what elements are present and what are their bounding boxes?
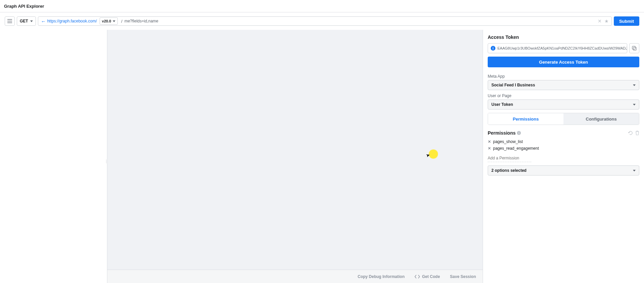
user-or-page-select[interactable]: User Token: [488, 99, 639, 110]
header: Graph API Explorer: [0, 0, 644, 12]
toolbar: GET ← https://graph.facebook.com/ v20.0 …: [0, 12, 644, 30]
caret-down-icon: [30, 20, 33, 22]
permission-name: pages_read_engagement: [493, 146, 539, 151]
right-panel: Access Token i EAAG8Uwp1r3UBOwokfZA5pKN1…: [483, 30, 644, 283]
info-icon[interactable]: i: [491, 46, 495, 51]
get-code-button[interactable]: Get Code: [415, 274, 440, 279]
permission-name: pages_show_list: [493, 139, 523, 144]
api-version-value: v20.0: [102, 19, 111, 23]
star-icon[interactable]: ★: [604, 18, 609, 24]
caret-down-icon: [633, 84, 636, 86]
permissions-title: Permissions: [488, 130, 516, 136]
user-or-page-label: User or Page: [488, 93, 639, 98]
query-path[interactable]: me?fields=id,name: [124, 19, 158, 23]
tab-configurations[interactable]: Configurations: [564, 113, 639, 125]
undo-icon[interactable]: [628, 131, 633, 135]
info-icon[interactable]: i: [517, 131, 521, 135]
user-or-page-value: User Token: [491, 102, 513, 107]
menu-button[interactable]: [5, 16, 15, 26]
access-token-title: Access Token: [488, 34, 639, 40]
http-method-select[interactable]: GET: [17, 16, 36, 26]
trash-icon[interactable]: [635, 131, 639, 135]
submit-button[interactable]: Submit: [614, 16, 639, 26]
options-selected-label: 2 options selected: [491, 168, 527, 173]
permissions-options-select[interactable]: 2 options selected: [488, 165, 639, 175]
main-area: Copy Debug Information Get Code Save Ses…: [0, 30, 644, 283]
caret-down-icon: [633, 170, 636, 171]
copy-debug-button[interactable]: Copy Debug Information: [358, 274, 405, 279]
response-panel: Copy Debug Information Get Code Save Ses…: [107, 30, 483, 283]
request-url-bar[interactable]: ← https://graph.facebook.com/ v20.0 / me…: [38, 16, 612, 26]
access-token-field[interactable]: i EAAG8Uwp1r3UBOwokfZA5pKN1oaPdNDZC2IkY6…: [488, 43, 627, 53]
back-arrow-icon[interactable]: ←: [41, 18, 46, 24]
permission-item: ✕ pages_read_engagement: [488, 145, 639, 152]
meta-app-value: Social Feed I Business: [491, 83, 535, 87]
base-url: https://graph.facebook.com/: [47, 19, 97, 23]
generate-token-button[interactable]: Generate Access Token: [488, 57, 639, 67]
page-title: Graph API Explorer: [4, 4, 44, 9]
api-version-select[interactable]: v20.0: [100, 17, 118, 25]
get-code-label: Get Code: [422, 274, 440, 279]
left-panel: [0, 30, 107, 283]
save-session-button[interactable]: Save Session: [450, 274, 476, 279]
copy-icon: [632, 46, 637, 51]
clear-icon[interactable]: ✕: [598, 18, 602, 24]
caret-down-icon: [633, 104, 636, 105]
code-icon: [415, 275, 420, 279]
remove-permission-icon[interactable]: ✕: [488, 146, 491, 151]
http-method-value: GET: [20, 19, 28, 23]
caret-down-icon: [113, 20, 115, 22]
path-separator: /: [121, 19, 122, 24]
svg-rect-1: [632, 46, 635, 49]
remove-permission-icon[interactable]: ✕: [488, 139, 491, 144]
copy-token-button[interactable]: [629, 43, 639, 53]
svg-rect-0: [633, 47, 636, 50]
response-footer: Copy Debug Information Get Code Save Ses…: [107, 270, 483, 283]
tab-permissions[interactable]: Permissions: [488, 113, 564, 125]
hamburger-icon: [7, 19, 12, 23]
add-permission-input[interactable]: [488, 154, 531, 162]
meta-app-label: Meta App: [488, 74, 639, 79]
access-token-value: EAAG8Uwp1r3UBOwokfZA5pKN1oaPdNDZC2IkY6HH…: [497, 46, 627, 50]
meta-app-select[interactable]: Social Feed I Business: [488, 80, 639, 90]
right-tabs: Permissions Configurations: [488, 113, 639, 125]
response-body: [107, 30, 483, 270]
permission-item: ✕ pages_show_list: [488, 138, 639, 145]
